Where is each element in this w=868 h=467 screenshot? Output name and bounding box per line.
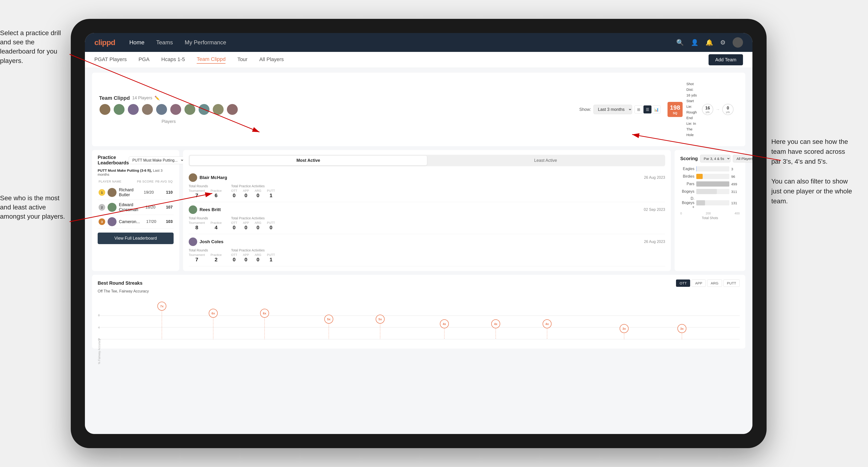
svg-text:3x: 3x [680, 327, 684, 331]
player-avatar-9[interactable] [212, 103, 224, 115]
player-avatars-row [99, 103, 238, 115]
pac-practice-activities-3: Total Practice Activities OTT 0 APP 0 [231, 248, 275, 263]
edit-icon[interactable]: ✏️ [154, 96, 160, 101]
annotation-left-top: Select a practice drill and see the lead… [0, 28, 68, 65]
player-avatar-3[interactable] [127, 103, 139, 115]
bell-icon[interactable]: 🔔 [706, 39, 713, 46]
shot-info: Shot Dist: 16 yds Start Lie: Rough End L… [686, 81, 698, 138]
streaks-btn-arg[interactable]: ARG [707, 280, 722, 287]
lb-avatar-2 [107, 203, 117, 212]
tab-least-active[interactable]: Least Active [427, 156, 664, 165]
leaderboard-panel: Practice Leaderboards PUTT Must Make Put… [92, 150, 179, 271]
lb-table-header: PLAYER NAME PB SCORE PB AVG SQ [98, 180, 174, 183]
person-icon[interactable]: 👤 [691, 39, 699, 46]
chart-y-axis-label: % Fairway Accuracy [98, 68, 101, 364]
streaks-buttons: OTT APP ARG PUTT [676, 280, 740, 287]
show-label: Show: [579, 107, 591, 112]
streaks-header: Best Round Streaks OTT APP ARG PUTT [98, 280, 740, 287]
chart-x-label: Total Shots [680, 216, 740, 220]
view-icons: ⊞ ☰ 📊 [634, 105, 660, 114]
team-count: 14 Players [132, 96, 152, 100]
shot-card: 198 SQ Shot Dist: 16 yds Start Lie: Roug… [663, 77, 738, 142]
scoring-header: Scoring Par 3, 4 & 5s All Players [680, 155, 740, 162]
bar-fill-dbogeys [696, 200, 705, 206]
pac-avatar-3 [189, 238, 197, 246]
subnav-team-clippd[interactable]: Team Clippd [197, 56, 225, 64]
scoring-panel: Scoring Par 3, 4 & 5s All Players Eagles [675, 150, 745, 271]
pac-name-2: Rees Britt [199, 207, 221, 212]
player-avatar-2[interactable] [113, 103, 125, 115]
subnav-hcaps[interactable]: Hcaps 1-5 [161, 56, 185, 63]
bar-row-pars: Pars 499 [680, 181, 740, 187]
streaks-subtitle: Off The Tee, Fairway Accuracy [98, 289, 740, 293]
subnav-tour[interactable]: Tour [237, 56, 247, 63]
search-icon[interactable]: 🔍 [676, 39, 684, 46]
shot-circle-2: 0 yds [722, 104, 734, 115]
pac-header-2: Rees Britt 02 Sep 2023 [189, 206, 665, 214]
svg-text:4x: 4x [545, 322, 549, 326]
pac-name-1: Blair McHarg [199, 175, 227, 180]
pac-avatar-2 [189, 206, 197, 214]
player-avatar-10[interactable] [226, 103, 238, 115]
subnav-pga[interactable]: PGA [138, 56, 149, 63]
pac-practice-activities-1: Total Practice Activities OTT 0 APP 0 [231, 184, 275, 198]
player-activity-card-3: Josh Coles 26 Aug 2023 Total Rounds Tour… [189, 234, 665, 266]
lb-name-3: Cameron... [119, 219, 140, 224]
svg-text:3x: 3x [622, 327, 626, 331]
nav-links: Home Teams My Performance [129, 39, 676, 46]
lb-score-3: 17/20 [142, 219, 156, 224]
scoring-filter-players[interactable]: All Players [733, 155, 752, 162]
table-row: 2 Edward Crossman 18/20 107 [98, 200, 174, 215]
bar-fill-birdies [696, 174, 703, 179]
streaks-btn-app[interactable]: APP [691, 280, 706, 287]
annotation-right: Here you can see how the team have score… [771, 137, 861, 206]
view-full-leaderboard-button[interactable]: View Full Leaderboard [98, 232, 174, 244]
pac-practice-activities-2: Total Practice Activities OTT 0 APP 0 [231, 216, 275, 231]
leaderboard-select[interactable]: PUTT Must Make Putting... [129, 156, 184, 164]
streaks-btn-putt[interactable]: PUTT [723, 280, 740, 287]
leaderboard-header: Practice Leaderboards PUTT Must Make Put… [98, 155, 174, 165]
pac-header-3: Josh Coles 26 Aug 2023 [189, 238, 665, 246]
svg-text:4x: 4x [443, 322, 446, 326]
nav-logo: clippd [94, 38, 115, 47]
pac-name-row-2: Rees Britt [189, 206, 221, 214]
tablet-device: clippd Home Teams My Performance 🔍 👤 🔔 ⚙… [71, 19, 767, 448]
sub-nav: PGAT Players PGA Hcaps 1-5 Team Clippd T… [85, 52, 752, 68]
show-period-select[interactable]: Last 3 months [593, 105, 632, 114]
player-avatar-4[interactable] [142, 103, 153, 115]
svg-text:7x: 7x [160, 305, 164, 308]
player-avatar-6[interactable] [170, 103, 182, 115]
player-avatar-5[interactable] [156, 103, 167, 115]
pac-stats-3: Total Rounds Tournament 7 Practice 2 [189, 248, 665, 263]
pac-name-3: Josh Coles [199, 239, 223, 244]
activity-tabs: Most Active Least Active [189, 155, 665, 166]
pac-avatar-1 [189, 173, 197, 182]
view-list-icon[interactable]: ☰ [644, 105, 651, 114]
scoring-filter-par[interactable]: Par 3, 4 & 5s [700, 155, 731, 162]
tab-most-active[interactable]: Most Active [190, 156, 427, 165]
player-avatar-7[interactable] [184, 103, 196, 115]
top-nav: clippd Home Teams My Performance 🔍 👤 🔔 ⚙ [85, 33, 752, 52]
settings-icon[interactable]: ⚙ [720, 39, 725, 46]
bar-fill-pars [696, 181, 729, 187]
player-avatar-8[interactable] [198, 103, 210, 115]
lb-avatar-1 [107, 188, 117, 197]
add-team-button[interactable]: Add Team [709, 54, 743, 65]
streaks-btn-ott[interactable]: OTT [676, 280, 690, 287]
bar-row-birdies: Birdies 96 [680, 174, 740, 179]
subnav-all-players[interactable]: All Players [259, 56, 284, 63]
main-content: Team Clippd 14 Players ✏️ [85, 68, 752, 434]
lb-score-1: 19/20 [137, 190, 154, 195]
view-grid-icon[interactable]: ⊞ [634, 105, 643, 114]
subnav-pgat[interactable]: PGAT Players [94, 56, 127, 63]
view-chart-icon[interactable]: 📊 [652, 105, 660, 114]
avatar[interactable] [733, 37, 743, 48]
bar-fill-eagles [696, 166, 696, 172]
nav-link-performance[interactable]: My Performance [185, 39, 226, 46]
activity-panel: Most Active Least Active Blair McHarg 26… [183, 150, 671, 271]
nav-link-teams[interactable]: Teams [156, 39, 173, 46]
pac-date-3: 26 Aug 2023 [644, 240, 665, 244]
lb-name-1: Richard Butler [119, 187, 135, 197]
streaks-chart-svg: 7x 6x 6x 5x [98, 297, 740, 344]
nav-link-home[interactable]: Home [129, 39, 144, 46]
